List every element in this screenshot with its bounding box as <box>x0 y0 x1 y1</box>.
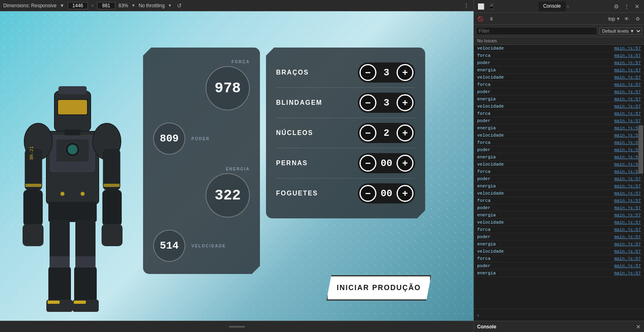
console-file-link[interactable]: main.js:57 <box>614 147 641 152</box>
bracos-counter: − 3 + <box>358 62 415 83</box>
pause-icon[interactable]: ⏸ <box>487 15 496 23</box>
refresh-icon[interactable]: ↺ <box>175 2 183 10</box>
height-input[interactable] <box>97 2 115 9</box>
console-file-link[interactable]: main.js:57 <box>614 75 641 80</box>
console-log-row: forcamain.js:57 <box>474 110 644 117</box>
more-icon[interactable]: ⋮ <box>622 2 632 11</box>
console-file-link[interactable]: main.js:57 <box>614 234 641 239</box>
console-file-link[interactable]: main.js:57 <box>614 82 641 87</box>
throttle-dropdown-icon[interactable]: ▼ <box>168 3 172 8</box>
context-dropdown-icon[interactable]: ▼ <box>616 17 620 21</box>
tab-console[interactable]: Console <box>538 2 566 11</box>
blindagem-value: 3 <box>376 98 397 108</box>
clear-console-icon[interactable]: 🚫 <box>476 15 485 23</box>
zoom-dropdown-icon[interactable]: ▼ <box>131 3 135 8</box>
bracos-minus-btn[interactable]: − <box>359 64 376 81</box>
console-file-link[interactable]: main.js:57 <box>614 249 641 254</box>
foguetes-plus-btn[interactable]: + <box>397 185 413 202</box>
nucleos-minus-btn[interactable]: − <box>359 124 376 141</box>
pernas-minus-btn[interactable]: − <box>359 155 376 172</box>
svg-rect-28 <box>50 256 70 268</box>
console-file-link[interactable]: main.js:57 <box>614 198 641 203</box>
devtools-right-panel: ⬜ 📱 Console » ⚙ ⋮ ✕ 🚫 ⏸ top ▼ 👁 ⚙ Defaul… <box>474 0 644 332</box>
console-file-link[interactable]: main.js:57 <box>614 111 641 116</box>
console-file-link[interactable]: main.js:57 <box>614 169 641 174</box>
bottom-bar <box>0 321 474 332</box>
console-file-link[interactable]: main.js:57 <box>614 118 641 123</box>
drag-handle[interactable] <box>229 326 245 328</box>
settings-icon[interactable]: ⚙ <box>611 2 621 11</box>
console-file-link[interactable]: main.js:57 <box>614 89 641 94</box>
console-file-link[interactable]: main.js:57 <box>614 220 641 225</box>
console-file-link[interactable]: main.js:57 <box>614 46 641 51</box>
pernas-plus-btn[interactable]: + <box>397 155 413 172</box>
poder-value: 809 <box>160 133 179 145</box>
log-level-select[interactable]: Default levels ▼ <box>599 27 642 35</box>
console-key: velocidade <box>477 75 504 80</box>
throttle-label: No throttling <box>139 3 165 8</box>
console-file-link[interactable]: main.js:57 <box>614 256 641 261</box>
pernas-label: PERNAS <box>276 160 328 167</box>
console-file-link[interactable]: main.js:57 <box>614 162 641 167</box>
console-log-row: podermain.js:57 <box>474 262 644 270</box>
console-file-link[interactable]: main.js:57 <box>614 126 641 131</box>
devtools-inspect-icon[interactable]: ⬜ <box>476 2 486 11</box>
settings-small-icon[interactable]: ⚙ <box>633 15 642 23</box>
console-file-link[interactable]: main.js:57 <box>614 205 641 210</box>
console-file-link[interactable]: main.js:57 <box>614 227 641 232</box>
console-file-link[interactable]: main.js:57 <box>614 191 641 196</box>
svg-rect-24 <box>58 100 87 114</box>
console-key: forca <box>477 53 490 58</box>
console-file-link[interactable]: main.js:57 <box>614 60 641 65</box>
console-file-link[interactable]: main.js:57 <box>614 104 641 109</box>
console-key: poder <box>477 89 490 94</box>
context-selector: top ▼ <box>608 16 620 22</box>
console-log-row: podermain.js:57 <box>474 59 644 66</box>
browser-viewport: BR-21 FORÇA 978 <box>0 11 474 321</box>
devtools-device-icon[interactable]: 📱 <box>486 2 496 11</box>
devtools-toolbar: Dimensions: Responsive ▼ × 83% ▼ No thro… <box>0 0 474 11</box>
dimension-separator: × <box>91 3 94 8</box>
scrollbar-thumb[interactable] <box>638 125 643 174</box>
zoom-btn[interactable]: 83% <box>118 3 128 8</box>
dimensions-dropdown-icon[interactable]: ▼ <box>60 3 64 8</box>
console-file-link[interactable]: main.js:57 <box>614 53 641 58</box>
filter-input[interactable] <box>476 27 597 35</box>
eye-icon[interactable]: 👁 <box>622 15 631 23</box>
bottom-close-btn[interactable]: ✕ <box>636 324 641 330</box>
start-production-button[interactable]: INICIAR PRODUÇÃO <box>326 275 431 301</box>
nucleos-plus-btn[interactable]: + <box>397 124 413 141</box>
console-file-link[interactable]: main.js:57 <box>614 242 641 247</box>
dimensions-label: Dimensions: Responsive <box>3 3 56 8</box>
blindagem-minus-btn[interactable]: − <box>359 94 376 111</box>
blindagem-plus-btn[interactable]: + <box>397 94 413 111</box>
console-file-link[interactable]: main.js:57 <box>614 271 641 276</box>
more-options-icon[interactable]: ⋮ <box>462 2 470 10</box>
pernas-value: 00 <box>376 158 397 169</box>
console-file-link[interactable]: main.js:57 <box>614 133 641 138</box>
bracos-plus-btn[interactable]: + <box>397 64 413 81</box>
velocidade-value: 514 <box>160 240 179 252</box>
forca-stat: FORÇA 978 <box>153 60 250 110</box>
blindagem-label: BLINDAGEM <box>276 99 328 106</box>
console-file-link[interactable]: main.js:57 <box>614 184 641 189</box>
console-key: velocidade <box>477 133 504 138</box>
svg-rect-11 <box>23 224 44 246</box>
console-file-link[interactable]: main.js:57 <box>614 68 641 73</box>
bracos-row: BRAÇOS − 3 + <box>276 58 415 88</box>
console-output[interactable]: velocidademain.js:57forcamain.js:57poder… <box>474 45 644 309</box>
console-file-link[interactable]: main.js:57 <box>614 176 641 181</box>
console-log-row: velocidademain.js:57 <box>474 248 644 255</box>
svg-text:BR-21: BR-21 <box>29 146 34 160</box>
foguetes-minus-btn[interactable]: − <box>359 185 376 202</box>
context-value: top <box>608 16 615 22</box>
bracos-value: 3 <box>376 67 397 78</box>
console-file-link[interactable]: main.js:57 <box>614 264 641 268</box>
console-file-link[interactable]: main.js:57 <box>614 97 641 102</box>
console-file-link[interactable]: main.js:57 <box>614 140 641 145</box>
pernas-row: PERNAS − 00 + <box>276 148 415 178</box>
console-file-link[interactable]: main.js:57 <box>614 213 641 218</box>
width-input[interactable] <box>68 2 88 9</box>
close-icon[interactable]: ✕ <box>632 2 642 11</box>
console-file-link[interactable]: main.js:57 <box>614 155 641 160</box>
